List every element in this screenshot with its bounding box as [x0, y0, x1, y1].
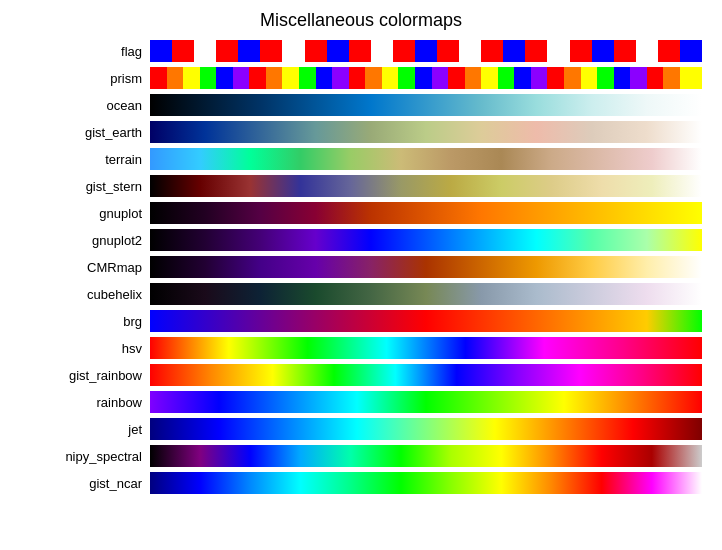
chart-container: Miscellaneous colormaps flagprismoceangi… [0, 0, 722, 550]
colormap-label: jet [20, 422, 150, 437]
colormap-row: gnuplot2 [20, 228, 702, 252]
colormap-row: gist_stern [20, 174, 702, 198]
colormap-row: cubehelix [20, 282, 702, 306]
colormap-label: ocean [20, 98, 150, 113]
colormap-row: gist_earth [20, 120, 702, 144]
colormap-label: brg [20, 314, 150, 329]
colormap-label: rainbow [20, 395, 150, 410]
colormap-bar [150, 256, 702, 278]
colormap-label: flag [20, 44, 150, 59]
colormap-label: nipy_spectral [20, 449, 150, 464]
chart-title: Miscellaneous colormaps [20, 10, 702, 31]
colormap-label: gist_earth [20, 125, 150, 140]
colormap-bar [150, 229, 702, 251]
colormap-bar [150, 121, 702, 143]
colormap-bar [150, 445, 702, 467]
colormap-bar [150, 283, 702, 305]
colormap-label: gist_ncar [20, 476, 150, 491]
colormap-label: cubehelix [20, 287, 150, 302]
colormap-row: gist_rainbow [20, 363, 702, 387]
colormap-list: flagprismoceangist_earthterraingist_ster… [20, 39, 702, 495]
colormap-row: gnuplot [20, 201, 702, 225]
colormap-bar [150, 310, 702, 332]
colormap-row: ocean [20, 93, 702, 117]
colormap-bar [150, 418, 702, 440]
colormap-row: rainbow [20, 390, 702, 414]
colormap-row: brg [20, 309, 702, 333]
colormap-row: CMRmap [20, 255, 702, 279]
colormap-row: prism [20, 66, 702, 90]
colormap-row: hsv [20, 336, 702, 360]
colormap-row: gist_ncar [20, 471, 702, 495]
colormap-bar [150, 148, 702, 170]
colormap-row: terrain [20, 147, 702, 171]
colormap-bar [150, 364, 702, 386]
colormap-bar [150, 472, 702, 494]
colormap-bar [150, 67, 702, 89]
colormap-label: gnuplot2 [20, 233, 150, 248]
colormap-label: terrain [20, 152, 150, 167]
colormap-row: jet [20, 417, 702, 441]
colormap-row: flag [20, 39, 702, 63]
colormap-bar [150, 391, 702, 413]
colormap-label: gist_rainbow [20, 368, 150, 383]
colormap-label: CMRmap [20, 260, 150, 275]
colormap-label: prism [20, 71, 150, 86]
colormap-row: nipy_spectral [20, 444, 702, 468]
colormap-label: gist_stern [20, 179, 150, 194]
colormap-bar [150, 94, 702, 116]
colormap-bar [150, 175, 702, 197]
colormap-bar [150, 202, 702, 224]
colormap-bar [150, 337, 702, 359]
colormap-label: hsv [20, 341, 150, 356]
colormap-bar [150, 40, 702, 62]
colormap-label: gnuplot [20, 206, 150, 221]
